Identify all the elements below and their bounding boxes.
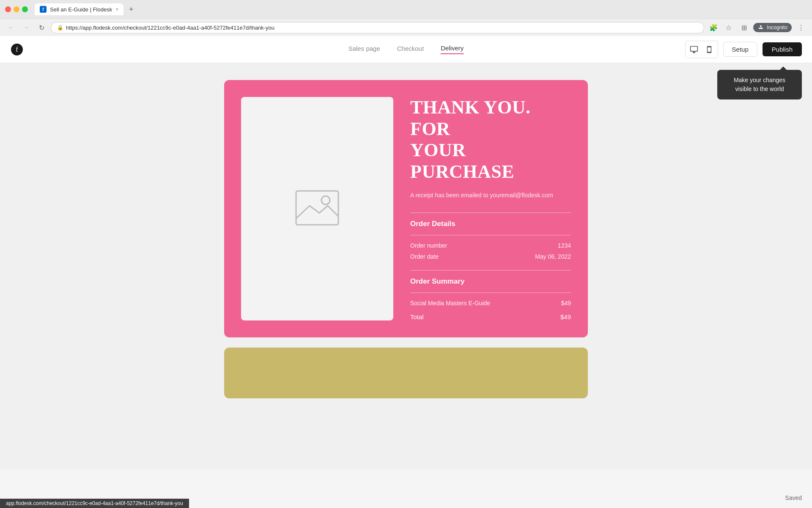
order-summary-label: Order Summary: [410, 277, 571, 286]
product-price: $49: [561, 300, 571, 306]
mobile-view-button[interactable]: [702, 43, 716, 56]
mobile-icon: [705, 46, 713, 53]
publish-button[interactable]: Publish: [763, 42, 802, 56]
incognito-icon: [757, 24, 764, 31]
desktop-view-button[interactable]: [687, 43, 701, 56]
product-image-placeholder: [241, 97, 393, 320]
setup-button[interactable]: Setup: [723, 42, 757, 57]
view-toggle-group: [685, 41, 718, 58]
saved-indicator: Saved: [785, 494, 802, 501]
order-number-value: 1234: [558, 242, 571, 249]
order-date-row: Order date May 06, 2022: [410, 253, 571, 260]
additional-card: [224, 348, 588, 398]
order-summary-divider-bottom: [410, 293, 571, 293]
thank-you-title: THANK YOU. FOR YOUR PURCHASE: [410, 97, 571, 182]
security-lock-icon: 🔒: [57, 25, 63, 30]
tab-favicon: f: [40, 6, 47, 13]
bookmark-icon[interactable]: ☆: [723, 22, 735, 33]
image-placeholder-icon: [292, 187, 343, 231]
forward-button[interactable]: →: [20, 22, 32, 33]
publish-tooltip: Make your changes visible to the world: [717, 70, 802, 99]
main-nav: Sales page Checkout Delivery: [348, 44, 464, 54]
browser-toolbar: ← → ↻ 🔒 https://app.flodesk.com/checkout…: [0, 19, 812, 36]
more-options-button[interactable]: ⋮: [795, 22, 807, 33]
tab-delivery[interactable]: Delivery: [441, 44, 464, 54]
tab-search-icon[interactable]: ⊞: [738, 22, 750, 33]
browser-status-bar: app.flodesk.com/checkout/1221cc9c-e0ad-4…: [0, 499, 189, 508]
flodesk-logo-icon: f: [11, 44, 23, 55]
delivery-thank-you-card: THANK YOU. FOR YOUR PURCHASE A receipt h…: [224, 80, 588, 337]
extensions-icon[interactable]: 🧩: [708, 22, 719, 33]
maximize-window-button[interactable]: [22, 6, 28, 12]
new-tab-button[interactable]: +: [125, 3, 137, 15]
tooltip-text: Make your changes visible to the world: [734, 77, 785, 92]
main-content: THANK YOU. FOR YOUR PURCHASE A receipt h…: [0, 63, 812, 469]
tab-checkout[interactable]: Checkout: [397, 45, 424, 54]
order-date-label: Order date: [410, 253, 439, 260]
browser-action-buttons: 🧩 ☆ ⊞ Incognito ⋮: [708, 22, 807, 33]
receipt-email-text: A receipt has been emailed to youremail@…: [410, 191, 571, 200]
browser-window-controls: [5, 6, 28, 12]
desktop-icon: [690, 45, 698, 54]
product-name: Social Media Masters E-Guide: [410, 300, 490, 306]
tab-title: Sell an E-Guide | Flodesk: [50, 6, 112, 13]
order-date-value: May 06, 2022: [535, 253, 571, 260]
svg-point-3: [321, 196, 330, 204]
address-bar[interactable]: 🔒 https://app.flodesk.com/checkout/1221c…: [51, 22, 704, 33]
browser-chrome: f Sell an E-Guide | Flodesk × + ← → ↻ 🔒 …: [0, 0, 812, 36]
url-text: https://app.flodesk.com/checkout/1221cc9…: [66, 25, 274, 31]
status-url: app.flodesk.com/checkout/1221cc9c-e0ad-4…: [6, 500, 183, 506]
order-summary-divider-top: [410, 270, 571, 271]
order-number-label: Order number: [410, 242, 447, 249]
incognito-badge[interactable]: Incognito: [753, 23, 792, 32]
product-row: Social Media Masters E-Guide $49: [410, 300, 571, 306]
order-number-row: Order number 1234: [410, 242, 571, 249]
browser-titlebar: f Sell an E-Guide | Flodesk × +: [0, 0, 812, 19]
order-details-label: Order Details: [410, 220, 571, 228]
incognito-label: Incognito: [767, 25, 787, 30]
back-button[interactable]: ←: [5, 22, 17, 33]
close-window-button[interactable]: [5, 6, 11, 12]
svg-text:f: f: [16, 46, 18, 53]
delivery-card-content: THANK YOU. FOR YOUR PURCHASE A receipt h…: [410, 97, 571, 320]
order-details-divider-bottom: [410, 235, 571, 235]
header-actions: Setup Publish: [685, 41, 802, 58]
total-label: Total: [410, 313, 424, 320]
total-row: Total $49: [410, 313, 571, 320]
tab-close-button[interactable]: ×: [115, 6, 118, 12]
browser-tab-bar: f Sell an E-Guide | Flodesk × +: [35, 3, 807, 15]
app-header: f Sales page Checkout Delivery Setup Pub…: [0, 36, 812, 63]
active-browser-tab[interactable]: f Sell an E-Guide | Flodesk ×: [35, 3, 123, 15]
svg-rect-2: [296, 191, 338, 225]
app-logo[interactable]: f: [10, 43, 24, 56]
minimize-window-button[interactable]: [14, 6, 19, 12]
order-details-divider-top: [410, 213, 571, 213]
total-value: $49: [560, 313, 571, 320]
tab-sales-page[interactable]: Sales page: [348, 45, 380, 54]
refresh-button[interactable]: ↻: [36, 22, 47, 33]
